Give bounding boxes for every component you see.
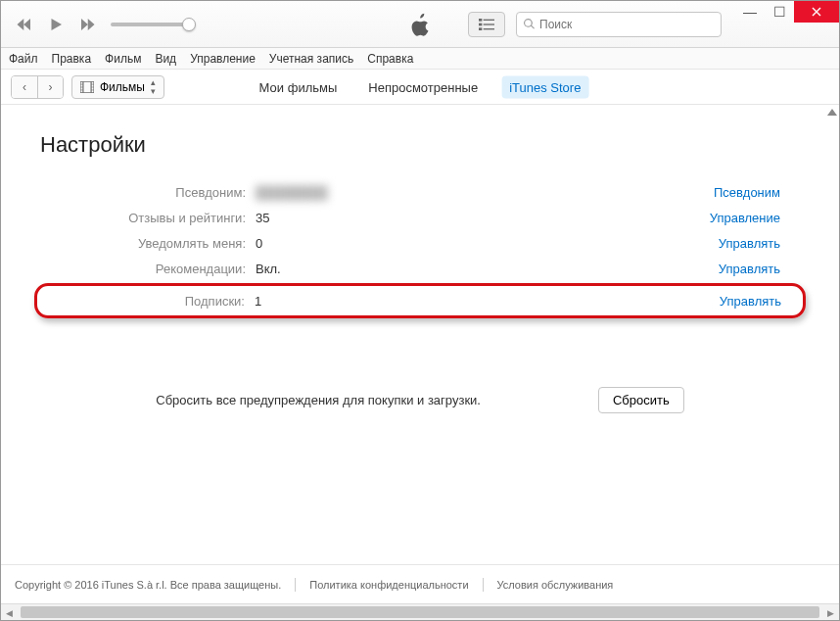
highlighted-row-subscriptions: Подписки: 1 Управлять xyxy=(34,283,806,318)
row-reviews: Отзывы и рейтинги: 35 Управление xyxy=(40,205,800,230)
row-notify: Уведомлять меня: 0 Управлять xyxy=(40,230,800,256)
content: Настройки Псевдоним: ████████ Псевдоним … xyxy=(1,105,839,564)
row-subscriptions: Подписки: 1 Управлять xyxy=(39,290,801,311)
forward-button[interactable]: › xyxy=(37,76,63,98)
svg-rect-1 xyxy=(484,19,494,20)
menu-controls[interactable]: Управление xyxy=(190,52,256,66)
tab-my-movies[interactable]: Мои фильмы xyxy=(252,75,346,98)
menu-view[interactable]: Вид xyxy=(155,52,176,66)
toolbar: ‹ › Фильмы ▴▾ Мои фильмы Непросмотренные… xyxy=(1,70,839,105)
titlebar: — ☐ xyxy=(1,1,839,48)
reset-button[interactable]: Сбросить xyxy=(598,387,684,413)
prev-track-button[interactable] xyxy=(11,11,38,38)
footer-privacy-link[interactable]: Политика конфиденциальности xyxy=(309,579,468,591)
row-recommendations: Рекомендации: Вкл. Управлять xyxy=(40,256,800,281)
nav-buttons: ‹ › xyxy=(11,75,64,99)
divider xyxy=(483,578,484,592)
volume-knob[interactable] xyxy=(182,18,196,31)
reset-area: Сбросить все предупреждения для покупки … xyxy=(40,387,800,413)
svg-rect-3 xyxy=(484,24,494,24)
tab-unwatched[interactable]: Непросмотренные xyxy=(360,75,486,98)
maximize-button[interactable]: ☐ xyxy=(765,1,794,23)
value-recommendations: Вкл. xyxy=(256,262,719,276)
action-notify[interactable]: Управлять xyxy=(719,236,800,251)
svg-rect-0 xyxy=(479,19,482,22)
menu-help[interactable]: Справка xyxy=(367,52,413,66)
label-recommendations: Рекомендации: xyxy=(40,262,256,276)
svg-rect-4 xyxy=(479,27,482,30)
divider xyxy=(295,578,296,592)
scroll-thumb[interactable] xyxy=(21,606,819,618)
playback-controls xyxy=(11,11,189,38)
menu-file[interactable]: Файл xyxy=(9,52,38,66)
page-title: Настройки xyxy=(40,132,800,158)
reset-text: Сбросить все предупреждения для покупки … xyxy=(156,393,481,407)
window-controls: — ☐ xyxy=(735,1,839,23)
menu-movie[interactable]: Фильм xyxy=(105,52,141,66)
action-recommendations[interactable]: Управлять xyxy=(719,262,800,276)
menu-edit[interactable]: Правка xyxy=(52,52,92,66)
horizontal-scrollbar[interactable]: ◀ ▶ xyxy=(1,603,839,620)
action-nickname[interactable]: Псевдоним xyxy=(714,185,800,200)
menubar: Файл Правка Фильм Вид Управление Учетная… xyxy=(1,48,839,70)
tabs: Мои фильмы Непросмотренные iTunes Store xyxy=(252,75,589,98)
value-reviews: 35 xyxy=(256,211,710,225)
label-reviews: Отзывы и рейтинги: xyxy=(40,211,256,225)
footer-terms-link[interactable]: Условия обслуживания xyxy=(497,579,614,591)
volume-slider[interactable] xyxy=(111,23,189,26)
minimize-button[interactable]: — xyxy=(735,1,765,23)
search-input-wrapper[interactable] xyxy=(516,12,722,37)
tab-itunes-store[interactable]: iTunes Store xyxy=(501,75,588,98)
titlebar-right: — ☐ xyxy=(468,1,839,47)
apple-logo-icon xyxy=(409,12,431,37)
label-subscriptions: Подписки: xyxy=(39,294,255,309)
label-nickname: Псевдоним: xyxy=(40,185,256,200)
label-notify: Уведомлять меня: xyxy=(40,236,256,251)
category-label: Фильмы xyxy=(100,80,145,94)
scroll-up-icon[interactable] xyxy=(827,109,837,116)
category-selector[interactable]: Фильмы ▴▾ xyxy=(71,75,164,99)
footer: Copyright © 2016 iTunes S.à r.l. Все пра… xyxy=(1,564,839,603)
value-notify: 0 xyxy=(256,236,719,251)
list-view-button[interactable] xyxy=(468,12,505,37)
footer-copyright: Copyright © 2016 iTunes S.à r.l. Все пра… xyxy=(15,579,281,591)
search-input[interactable] xyxy=(539,18,715,31)
back-button[interactable]: ‹ xyxy=(12,76,37,98)
value-subscriptions: 1 xyxy=(255,294,720,309)
svg-rect-5 xyxy=(484,28,494,29)
scroll-right-icon[interactable]: ▶ xyxy=(822,604,839,621)
play-button[interactable] xyxy=(42,11,70,38)
close-button[interactable] xyxy=(794,1,839,23)
scroll-left-icon[interactable]: ◀ xyxy=(1,604,18,621)
itunes-window: — ☐ Файл Правка Фильм Вид Управление Уче… xyxy=(0,0,840,621)
next-track-button[interactable] xyxy=(73,11,101,38)
action-subscriptions[interactable]: Управлять xyxy=(720,294,801,309)
action-reviews[interactable]: Управление xyxy=(710,211,800,225)
row-nickname: Псевдоним: ████████ Псевдоним xyxy=(40,179,800,205)
menu-account[interactable]: Учетная запись xyxy=(269,52,353,66)
film-icon xyxy=(80,81,94,93)
settings-table: Псевдоним: ████████ Псевдоним Отзывы и р… xyxy=(40,179,800,318)
chevron-updown-icon: ▴▾ xyxy=(151,78,156,96)
value-nickname: ████████ xyxy=(256,185,714,200)
search-icon xyxy=(523,18,536,30)
svg-rect-2 xyxy=(479,23,482,25)
